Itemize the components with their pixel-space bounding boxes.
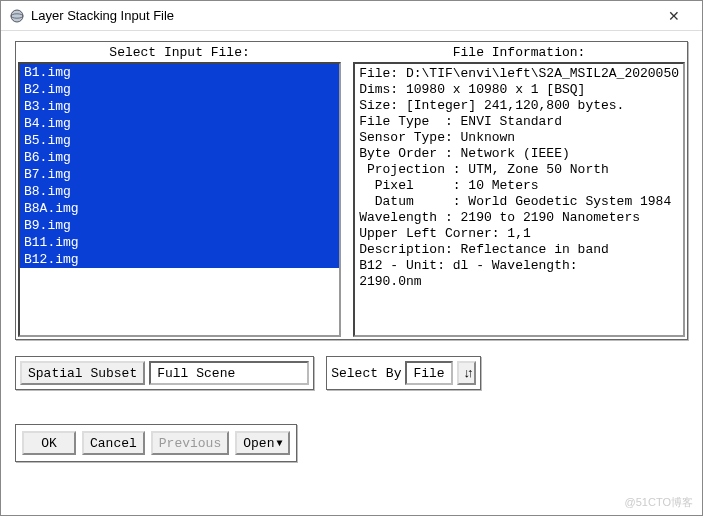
file-info-panel: File Information: File: D:\TIF\envi\left… [353,44,685,337]
watermark: @51CTO博客 [625,495,693,510]
list-item[interactable]: B1.img [20,64,339,81]
input-file-panel: Select Input File: B1.imgB2.imgB3.imgB4.… [18,44,341,337]
list-item[interactable]: B6.img [20,149,339,166]
panels-row: Select Input File: B1.imgB2.imgB3.imgB4.… [15,41,688,340]
titlebar: Layer Stacking Input File ✕ [1,1,702,31]
spatial-subset-value[interactable]: Full Scene [149,361,309,385]
select-by-label: Select By [331,366,401,381]
list-item[interactable]: B7.img [20,166,339,183]
list-item[interactable]: B2.img [20,81,339,98]
sort-arrows-icon: ↓↑ [463,368,470,378]
list-item[interactable]: B12.img [20,251,339,268]
list-item[interactable]: B8A.img [20,200,339,217]
list-item[interactable]: B3.img [20,98,339,115]
select-by-value[interactable]: File [405,361,453,385]
previous-button: Previous [151,431,229,455]
list-item[interactable]: B4.img [20,115,339,132]
dialog-body: Select Input File: B1.imgB2.imgB3.imgB4.… [1,31,702,472]
open-button-label: Open [243,436,274,451]
file-info-textbox: File: D:\TIF\envi\left\S2A_MSIL2A_202005… [353,62,685,337]
spatial-subset-button[interactable]: Spatial Subset [20,361,145,385]
dropdown-arrow-icon: ▼ [276,438,282,449]
ok-button[interactable]: OK [22,431,76,455]
bottom-button-row: OK Cancel Previous Open ▼ [15,424,297,462]
list-item[interactable]: B11.img [20,234,339,251]
list-item[interactable]: B5.img [20,132,339,149]
close-icon: ✕ [668,8,680,24]
controls-row: Spatial Subset Full Scene Select By File… [15,356,688,390]
sort-toggle-button[interactable]: ↓↑ [457,361,476,385]
select-by-group: Select By File ↓↑ [326,356,481,390]
close-button[interactable]: ✕ [654,2,694,30]
file-info-header: File Information: [353,44,685,62]
window-title: Layer Stacking Input File [31,8,654,23]
spatial-subset-group: Spatial Subset Full Scene [15,356,314,390]
list-item[interactable]: B8.img [20,183,339,200]
svg-point-0 [11,10,23,22]
list-item[interactable]: B9.img [20,217,339,234]
input-file-listbox[interactable]: B1.imgB2.imgB3.imgB4.imgB5.imgB6.imgB7.i… [18,62,341,337]
app-icon [9,8,25,24]
open-button[interactable]: Open ▼ [235,431,290,455]
cancel-button[interactable]: Cancel [82,431,145,455]
input-file-header: Select Input File: [18,44,341,62]
